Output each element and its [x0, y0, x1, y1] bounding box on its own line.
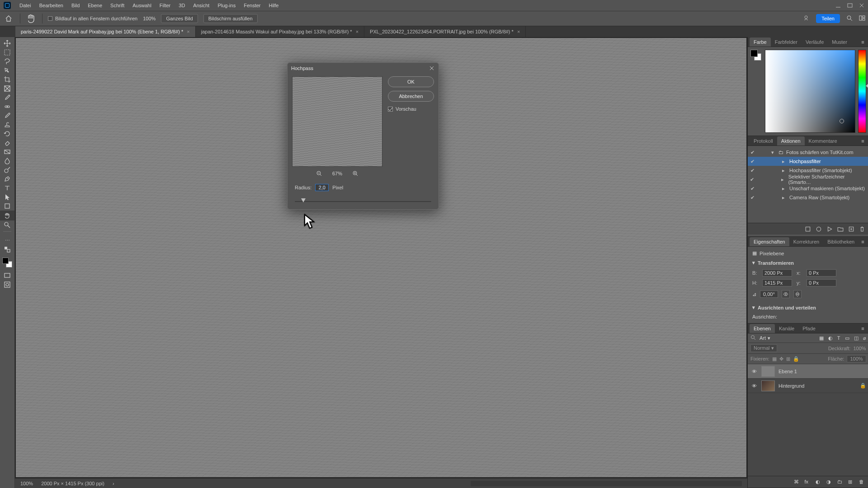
tab-ebenen[interactable]: Ebenen — [750, 324, 775, 333]
edit-toolbar-icon[interactable]: ⋯ — [2, 236, 13, 245]
doc-tab-2[interactable]: japan-2014618 Masashi Wakui auf Pixabay.… — [196, 26, 364, 37]
flip-vertical-icon[interactable] — [793, 290, 802, 298]
layer-style-icon[interactable]: fx — [805, 479, 811, 485]
visibility-toggle-icon[interactable]: ✔ — [748, 168, 757, 174]
scroll-all-windows-checkbox[interactable]: Bildlauf in allen Fenstern durchführen — [48, 16, 137, 21]
color-field[interactable] — [765, 50, 855, 133]
lock-artboard-icon[interactable]: ⊞ — [786, 356, 790, 362]
visibility-toggle-icon[interactable]: 👁 — [750, 383, 758, 389]
flip-horizontal-icon[interactable] — [782, 290, 790, 298]
layer-row[interactable]: 👁 Ebene 1 — [748, 364, 868, 379]
menu-fenster[interactable]: Fenster — [240, 1, 264, 10]
panel-menu-icon[interactable]: ≡ — [859, 136, 867, 145]
tab-muster[interactable]: Muster — [828, 38, 851, 47]
action-row[interactable]: ✔▸Hochpassfilter (Smartobjekt) — [748, 166, 868, 175]
document-canvas[interactable]: Hochpass 67% — [16, 38, 746, 477]
action-row[interactable]: ✔▸Unscharf maskieren (Smartobjekt) — [748, 184, 868, 193]
action-row[interactable]: ✔▸Hochpassfilter — [748, 157, 868, 166]
close-icon[interactable]: × — [517, 29, 520, 34]
visibility-toggle-icon[interactable]: ✔ — [748, 177, 756, 183]
height-input[interactable]: 1415 Px — [762, 279, 792, 286]
play-icon[interactable] — [826, 226, 833, 232]
new-set-icon[interactable] — [837, 226, 844, 232]
filter-pixel-icon[interactable]: ▦ — [819, 335, 824, 341]
tab-kanaele[interactable]: Kanäle — [775, 324, 798, 333]
chevron-right-icon[interactable]: ▸ — [782, 195, 787, 201]
close-icon[interactable]: × — [187, 29, 189, 34]
filter-preview[interactable] — [292, 76, 382, 167]
cloud-status-icon[interactable] — [802, 14, 810, 23]
menu-3d[interactable]: 3D — [175, 1, 189, 10]
fit-whole-image-button[interactable]: Ganzes Bild — [161, 14, 198, 23]
eyedropper-tool[interactable] — [2, 93, 13, 102]
status-zoom[interactable]: 100% — [20, 481, 33, 486]
layer-row[interactable]: 👁 Hintergrund 🔒 — [748, 379, 868, 393]
marquee-tool[interactable] — [2, 48, 13, 57]
move-tool[interactable] — [2, 39, 13, 48]
dodge-tool[interactable] — [2, 165, 13, 174]
blend-mode-select[interactable]: Normal ▾ — [750, 344, 777, 352]
action-set-row[interactable]: ✔ ▾ 🗀 Fotos schärfen von TutKit.com — [748, 148, 868, 157]
lasso-tool[interactable] — [2, 57, 13, 66]
minimize-icon[interactable] — [835, 3, 841, 8]
tab-farbe[interactable]: Farbe — [750, 38, 771, 47]
filter-toggle-icon[interactable]: ⌀ — [863, 335, 866, 341]
zoom-value[interactable]: 100% — [143, 16, 156, 21]
y-input[interactable]: 0 Px — [807, 279, 836, 286]
zoom-out-icon[interactable] — [316, 170, 322, 177]
search-icon[interactable] — [846, 15, 853, 22]
zoom-in-icon[interactable] — [352, 170, 359, 177]
panel-menu-icon[interactable]: ≡ — [859, 324, 867, 333]
trash-icon[interactable]: 🗑 — [859, 479, 865, 485]
fill-screen-button[interactable]: Bildschirm ausfüllen — [203, 14, 258, 23]
brush-tool[interactable] — [2, 111, 13, 120]
cancel-button[interactable]: Abbrechen — [388, 91, 434, 102]
menu-hilfe[interactable]: Hilfe — [264, 1, 283, 10]
visibility-toggle-icon[interactable]: ✔ — [748, 159, 757, 164]
dialog-titlebar[interactable]: Hochpass — [288, 63, 439, 74]
angle-input[interactable]: 0,00° — [760, 291, 778, 298]
adjustment-layer-icon[interactable]: ◑ — [826, 479, 833, 485]
visibility-toggle-icon[interactable]: ✔ — [748, 186, 757, 192]
filter-shape-icon[interactable]: ▭ — [845, 335, 849, 341]
menu-datei[interactable]: Datei — [15, 1, 35, 10]
status-doc-info[interactable]: 2000 Px × 1415 Px (300 ppi) — [41, 481, 104, 486]
chevron-down-icon[interactable]: ▾ — [752, 260, 755, 266]
action-row[interactable]: ✔▸Selektiver Scharfzeichner (Smarto… — [748, 175, 868, 184]
new-group-icon[interactable]: 🗀 — [837, 479, 844, 485]
healing-tool[interactable] — [2, 102, 13, 111]
visibility-toggle-icon[interactable]: 👁 — [750, 369, 758, 374]
layer-thumbnail[interactable] — [761, 366, 775, 377]
layer-thumbnail[interactable] — [761, 380, 775, 391]
tab-verlaeufe[interactable]: Verläufe — [802, 38, 828, 47]
menu-bild[interactable]: Bild — [67, 1, 84, 10]
eraser-tool[interactable] — [2, 138, 13, 147]
slider-thumb-icon[interactable] — [301, 198, 306, 202]
panel-menu-icon[interactable]: ≡ — [859, 38, 867, 47]
lock-position-icon[interactable]: ✥ — [779, 356, 783, 362]
stop-icon[interactable] — [805, 226, 811, 232]
filter-smart-icon[interactable]: ◫ — [854, 335, 859, 341]
chevron-right-icon[interactable]: ▸ — [781, 177, 786, 183]
preview-checkbox[interactable]: Vorschau — [388, 106, 434, 112]
ok-button[interactable]: OK — [388, 76, 434, 87]
clone-stamp-tool[interactable] — [2, 120, 13, 129]
color-mode-icon[interactable] — [2, 245, 13, 254]
share-button[interactable]: Teilen — [816, 14, 840, 23]
chevron-down-icon[interactable]: ▾ — [771, 150, 776, 155]
chevron-right-icon[interactable]: › — [113, 481, 114, 486]
type-tool[interactable] — [2, 183, 13, 192]
doc-tab-1[interactable]: paris-2499022 David Mark auf Pixabay.jpg… — [15, 26, 196, 37]
chevron-right-icon[interactable]: ▸ — [782, 186, 787, 192]
link-layers-icon[interactable]: ⌘ — [794, 479, 800, 485]
lock-all-icon[interactable]: 🔒 — [793, 356, 799, 362]
panel-menu-icon[interactable]: ≡ — [859, 237, 867, 246]
crop-tool[interactable] — [2, 75, 13, 84]
filter-type-icon[interactable]: T — [837, 335, 840, 341]
tab-bibliotheken[interactable]: Bibliotheken — [823, 237, 859, 246]
fill-input[interactable]: 100% — [847, 355, 866, 362]
close-icon[interactable]: × — [356, 29, 359, 34]
x-input[interactable]: 0 Px — [807, 269, 836, 277]
fg-bg-swatch[interactable] — [750, 50, 762, 133]
layer-name[interactable]: Hintergrund — [778, 383, 804, 389]
